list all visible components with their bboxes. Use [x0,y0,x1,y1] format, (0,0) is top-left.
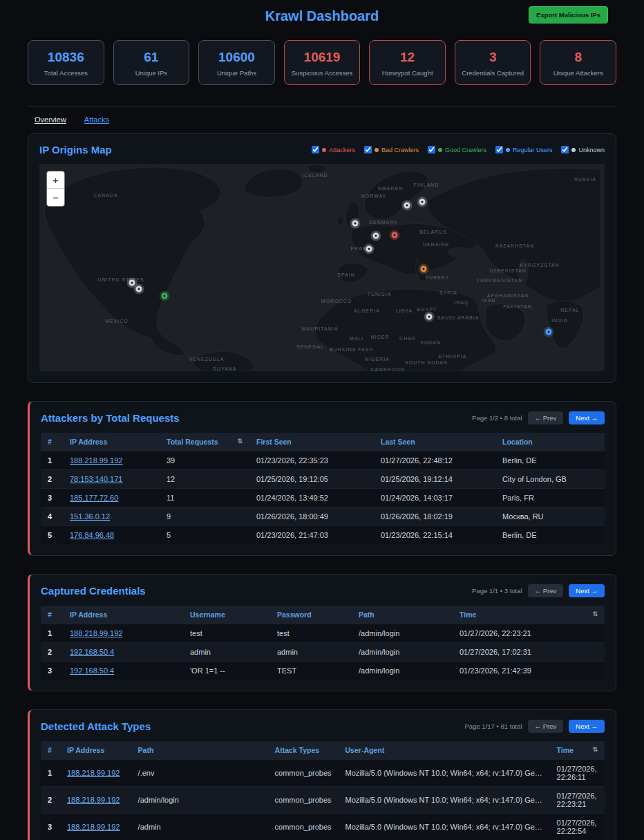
stat-value: 3 [458,50,528,65]
table-row: 1 188.218.99.192 /.env common_probes Moz… [41,760,605,787]
map-marker-unknown[interactable] [366,246,372,252]
map-zoom-control: + − [46,171,65,207]
prev-page-button[interactable]: ← Prev [528,584,564,597]
column-header-location[interactable]: Location [495,433,605,451]
attackers-table: # IP Address Total Requests⇅ First Seen … [41,433,605,544]
zoom-out-button[interactable]: − [47,189,64,206]
legend-label: Bad Crawlers [381,147,419,153]
ip-address-link[interactable]: 188.218.99.192 [67,823,120,831]
map-marker-unknown[interactable] [129,280,135,286]
username-cell: test [183,624,270,643]
column-header-path[interactable]: Path [131,741,268,760]
table-row: 3 188.218.99.192 /admin common_probes Mo… [41,814,605,840]
column-header-time[interactable]: Time⇅ [453,606,605,624]
legend-checkbox-bad-crawlers[interactable] [364,146,372,153]
row-num: 2 [41,787,60,814]
last-seen-cell: 01/23/2026, 22:15:14 [374,526,495,545]
column-header-first-seen[interactable]: First Seen [249,433,374,451]
app-header: Krawl Dashboard Export Malicious IPs [28,0,616,32]
column-header-password[interactable]: Password [270,606,352,624]
ip-address-link[interactable]: 78.153.140.171 [70,475,122,483]
attack-types-panel: Detected Attack Types Page 1/17 • 81 tot… [28,709,616,840]
sort-icon[interactable]: ⇅ [592,746,598,753]
last-seen-cell: 01/24/2026, 14:03:17 [374,489,495,507]
next-page-button[interactable]: Next → [569,411,605,424]
ip-address-link[interactable]: 176.84.96.48 [70,531,114,539]
map-marker-bad-crawler[interactable] [421,266,427,272]
column-header-user-agent[interactable]: User-Agent [339,741,550,760]
total-requests-cell: 12 [160,470,249,489]
map-marker-unknown[interactable] [373,233,379,239]
table-row: 1 188.218.99.192 39 01/23/2026, 22:35:23… [41,451,605,470]
map-marker-good-crawler[interactable] [162,293,168,299]
path-cell: /admin/login [352,662,453,680]
ip-address-link[interactable]: 188.218.99.192 [67,796,120,804]
next-page-button[interactable]: Next → [569,584,605,597]
map-marker-attacker[interactable] [392,232,398,239]
world-map[interactable]: CANADAUNITED STATESMEXICOICELANDNORWAYSW… [39,164,605,371]
bad-crawler-dot-icon [375,148,379,152]
column-header-num[interactable]: # [41,606,63,624]
path-cell: /admin [131,814,268,840]
legend-checkbox-unknown[interactable] [561,146,569,153]
legend-label: Good Crawlers [445,147,486,153]
ip-address-link[interactable]: 185.177.72.60 [70,494,118,502]
attacker-dot-icon [322,148,326,152]
ip-address-link[interactable]: 192.168.50.4 [70,648,114,656]
sort-icon[interactable]: ⇅ [592,610,598,617]
export-malicious-ips-button[interactable]: Export Malicious IPs [529,6,608,24]
column-header-time[interactable]: Time⇅ [550,741,605,760]
stat-value: 61 [117,50,187,65]
legend-checkbox-good-crawlers[interactable] [428,146,435,153]
first-seen-cell: 01/25/2026, 19:12:05 [249,470,374,489]
user-agent-cell: Mozilla/5.0 (Windows NT 10.0; Win64; x64… [339,814,550,840]
sort-icon[interactable]: ⇅ [237,438,243,445]
tab-attacks[interactable]: Attacks [84,115,109,124]
ip-address-link[interactable]: 188.218.99.192 [70,456,122,465]
attackers-pagination: Page 1/2 • 8 total ← Prev Next → [472,411,605,424]
map-marker-unknown[interactable] [419,199,426,205]
map-marker-regular-user[interactable] [546,329,552,335]
column-header-username[interactable]: Username [183,606,270,624]
username-cell: admin [183,643,270,662]
column-header-label: Time [557,746,574,754]
zoom-in-button[interactable]: + [47,171,64,189]
pagination-info: Page 1/17 • 81 total [465,722,522,730]
ip-address-link[interactable]: 151.36.0.12 [70,512,110,521]
row-num: 3 [41,489,63,507]
ip-address-link[interactable]: 188.218.99.192 [70,629,122,637]
column-header-num[interactable]: # [41,433,63,451]
ip-address-link[interactable]: 188.218.99.192 [67,769,120,777]
tab-bar: Overview Attacks [28,106,616,124]
next-page-button[interactable]: Next → [569,720,605,733]
column-header-last-seen[interactable]: Last Seen [374,433,495,451]
map-marker-unknown[interactable] [426,314,433,320]
map-legend: Attackers Bad Crawlers Good Crawlers Reg… [312,146,605,153]
column-header-requests[interactable]: Total Requests⇅ [160,433,249,451]
time-cell: 01/23/2026, 21:42:39 [453,662,605,680]
map-marker-unknown[interactable] [352,221,359,227]
prev-page-button[interactable]: ← Prev [528,720,564,733]
column-header-ip[interactable]: IP Address [63,433,160,451]
legend-checkbox-regular-users[interactable] [495,146,503,153]
stat-label: Unique Paths [202,69,272,77]
total-requests-cell: 9 [160,507,249,526]
ip-address-link[interactable]: 192.168.50.4 [70,666,114,675]
credentials-panel-header: Captured Credentials Page 1/1 • 3 total … [41,584,605,597]
column-header-path[interactable]: Path [352,606,453,624]
map-marker-unknown[interactable] [404,203,410,209]
legend-checkbox-attackers[interactable] [312,146,319,153]
prev-page-button[interactable]: ← Prev [528,411,564,424]
column-header-num[interactable]: # [41,741,60,760]
map-marker-unknown[interactable] [136,286,142,292]
first-seen-cell: 01/23/2026, 21:47:03 [249,526,374,545]
stat-label: Total Accesses [31,69,101,77]
column-header-ip[interactable]: IP Address [63,606,183,624]
stat-label: Unique Attackers [543,69,613,77]
location-cell: Paris, FR [495,489,605,507]
tab-overview[interactable]: Overview [35,115,66,124]
attackers-panel-header: Attackers by Total Requests Page 1/2 • 8… [41,411,605,424]
legend-item-regular-users: Regular Users [495,146,553,153]
column-header-attack-types[interactable]: Attack Types [268,741,339,760]
column-header-ip[interactable]: IP Address [60,741,131,760]
